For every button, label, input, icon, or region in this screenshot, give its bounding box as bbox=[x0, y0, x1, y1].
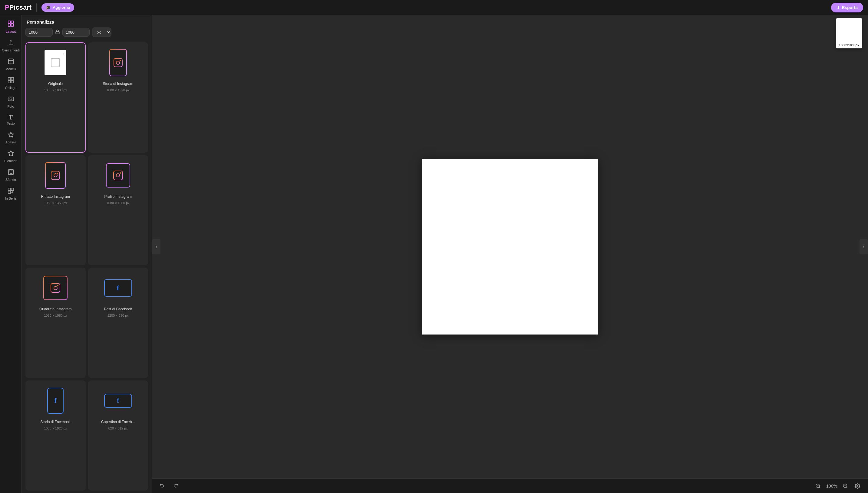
card-size-fb-story: 1080 × 1920 px bbox=[44, 426, 67, 430]
header-left: PPicsart 🎓 Aggiorna bbox=[5, 3, 74, 12]
card-size-ig-portrait: 1080 × 1350 px bbox=[44, 201, 67, 205]
svg-rect-0 bbox=[8, 21, 11, 23]
bottom-actions bbox=[158, 481, 180, 491]
panel: Personalizza px cm mm in bbox=[22, 15, 152, 493]
sidebar-item-collage[interactable]: Collage bbox=[1, 74, 21, 92]
sidebar-label-collage: Collage bbox=[5, 86, 16, 89]
card-preview-fb-post: f bbox=[92, 271, 145, 305]
sidebar-label-elementi: Elementi bbox=[4, 159, 17, 163]
card-fb-cover[interactable]: f Copertina di Faceb... 820 × 312 px bbox=[88, 381, 148, 491]
card-preview-fb-cover: f bbox=[92, 384, 145, 417]
card-label-ig-story: Storia di Instagram bbox=[103, 82, 133, 86]
sidebar-label-caricamenti: Caricamenti bbox=[2, 48, 20, 52]
canvas bbox=[422, 159, 598, 335]
sfondo-icon bbox=[7, 169, 14, 177]
preview-mini-canvas bbox=[838, 20, 861, 42]
card-preview-fb-story: f bbox=[29, 384, 82, 417]
settings-button[interactable] bbox=[853, 481, 862, 491]
card-ig-profile[interactable]: Profilo Instagram 1080 × 1080 px bbox=[88, 155, 148, 265]
aggiorna-button[interactable]: 🎓 Aggiorna bbox=[41, 3, 74, 12]
svg-rect-17 bbox=[56, 31, 59, 34]
canvas-left-arrow[interactable]: ‹ bbox=[152, 239, 160, 254]
svg-rect-14 bbox=[8, 188, 10, 191]
adesivi-icon bbox=[7, 131, 14, 139]
canvas-area: ‹ › bbox=[152, 15, 868, 478]
modelli-icon bbox=[7, 58, 14, 66]
layout-icon bbox=[7, 20, 15, 28]
sidebar-item-sfondo[interactable]: Sfondo bbox=[1, 166, 21, 184]
sidebar-item-foto[interactable]: Foto bbox=[1, 93, 21, 111]
esporta-label: Esporta bbox=[842, 5, 858, 10]
canvas-section: ‹ › bbox=[152, 15, 868, 493]
card-size-fb-post: 1200 × 630 px bbox=[107, 314, 129, 317]
svg-rect-12 bbox=[8, 170, 13, 175]
height-input[interactable] bbox=[62, 28, 89, 37]
download-icon: ⬇ bbox=[836, 5, 840, 10]
main-layout: Layout Caricamenti Modelli bbox=[0, 15, 868, 493]
top-right-preview: 1080x1080px bbox=[836, 18, 862, 48]
undo-button[interactable] bbox=[158, 481, 166, 491]
svg-rect-5 bbox=[8, 78, 10, 80]
aggiorna-label: Aggiorna bbox=[53, 5, 70, 10]
svg-rect-16 bbox=[8, 191, 10, 194]
sidebar-label-inserie: In Serie bbox=[5, 197, 17, 200]
lock-icon bbox=[55, 29, 60, 36]
card-preview-ig-square bbox=[29, 271, 82, 305]
card-preview-ig-story bbox=[92, 46, 145, 79]
sidebar-item-elementi[interactable]: Elementi bbox=[1, 148, 21, 165]
card-label-fb-post: Post di Facebook bbox=[104, 307, 132, 311]
sidebar-item-testo[interactable]: T Testo bbox=[1, 112, 21, 128]
card-originale[interactable]: ↕ Originale 1080 × 1080 px bbox=[25, 42, 86, 153]
sidebar: Layout Caricamenti Modelli bbox=[0, 15, 22, 493]
sidebar-item-adesivi[interactable]: Adesivi bbox=[1, 129, 21, 146]
card-preview-ig-portrait bbox=[29, 159, 82, 192]
card-size-fb-cover: 820 × 312 px bbox=[108, 426, 128, 430]
customize-row: px cm mm in bbox=[22, 27, 152, 40]
sidebar-label-layout: Layout bbox=[6, 30, 16, 33]
card-ig-story[interactable]: Storia di Instagram 1080 × 1920 px bbox=[88, 42, 148, 153]
sidebar-item-layout[interactable]: Layout bbox=[1, 18, 21, 36]
card-size-ig-square: 1080 × 1080 px bbox=[44, 314, 67, 317]
zoom-out-button[interactable] bbox=[813, 481, 823, 491]
card-preview-ig-profile bbox=[92, 159, 145, 192]
sidebar-label-foto: Foto bbox=[7, 105, 14, 108]
card-label-ig-profile: Profilo Instagram bbox=[104, 194, 132, 199]
sidebar-label-modelli: Modelli bbox=[5, 67, 16, 71]
header-divider bbox=[36, 3, 37, 12]
preview-size-label: 1080x1080px bbox=[839, 43, 860, 47]
panel-title: Personalizza bbox=[22, 15, 152, 27]
svg-rect-8 bbox=[11, 81, 13, 83]
svg-rect-7 bbox=[8, 81, 10, 83]
card-preview-originale: ↕ bbox=[29, 46, 82, 79]
redo-button[interactable] bbox=[171, 481, 180, 491]
collage-icon bbox=[7, 77, 14, 85]
card-size-ig-story: 1080 × 1920 px bbox=[106, 88, 129, 92]
sidebar-item-modelli[interactable]: Modelli bbox=[1, 56, 21, 73]
zoom-in-button[interactable] bbox=[841, 481, 850, 491]
sidebar-item-caricamenti[interactable]: Caricamenti bbox=[1, 37, 21, 55]
card-label-originale: Originale bbox=[48, 82, 63, 86]
cards-grid: ↕ Originale 1080 × 1080 px Storia di I bbox=[22, 40, 152, 493]
card-size-ig-profile: 1080 × 1080 px bbox=[106, 201, 129, 205]
sidebar-label-adesivi: Adesivi bbox=[5, 140, 16, 144]
sidebar-label-testo: Testo bbox=[7, 122, 15, 125]
header: PPicsart 🎓 Aggiorna ⬇ Esporta bbox=[0, 0, 868, 15]
card-fb-story[interactable]: f Storia di Facebook 1080 × 1920 px bbox=[25, 381, 86, 491]
foto-icon bbox=[7, 95, 14, 103]
sidebar-item-inserie[interactable]: In Serie bbox=[1, 185, 21, 202]
esporta-button[interactable]: ⬇ Esporta bbox=[831, 3, 863, 13]
card-ig-portrait[interactable]: Ritratto Instagram 1080 × 1350 px bbox=[25, 155, 86, 265]
upload-icon bbox=[7, 39, 14, 47]
card-fb-post[interactable]: f Post di Facebook 1200 × 630 px bbox=[88, 268, 148, 378]
aggiorna-icon: 🎓 bbox=[46, 5, 51, 10]
card-ig-square[interactable]: Quadrato Instagram 1080 × 1080 px bbox=[25, 268, 86, 378]
bottom-bar: 100% bbox=[152, 478, 868, 493]
unit-select[interactable]: px cm mm in bbox=[92, 27, 112, 37]
svg-rect-15 bbox=[11, 188, 13, 191]
svg-rect-1 bbox=[11, 21, 14, 23]
zoom-level: 100% bbox=[826, 484, 838, 489]
width-input[interactable] bbox=[25, 28, 53, 37]
canvas-right-arrow[interactable]: › bbox=[860, 239, 868, 254]
svg-rect-3 bbox=[11, 24, 14, 26]
svg-rect-13 bbox=[9, 171, 12, 173]
